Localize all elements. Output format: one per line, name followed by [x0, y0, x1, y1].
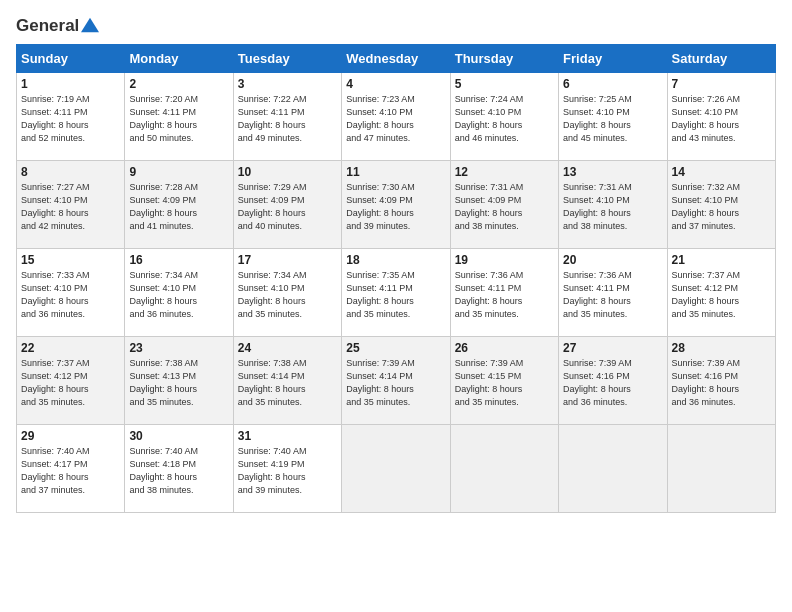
day-number: 26	[455, 341, 554, 355]
day-number: 25	[346, 341, 445, 355]
logo: General	[16, 16, 99, 34]
col-wednesday: Wednesday	[342, 45, 450, 73]
table-row: 6Sunrise: 7:25 AM Sunset: 4:10 PM Daylig…	[559, 73, 667, 161]
day-number: 11	[346, 165, 445, 179]
calendar-row: 22Sunrise: 7:37 AM Sunset: 4:12 PM Dayli…	[17, 337, 776, 425]
table-row: 28Sunrise: 7:39 AM Sunset: 4:16 PM Dayli…	[667, 337, 775, 425]
day-number: 7	[672, 77, 771, 91]
table-row: 11Sunrise: 7:30 AM Sunset: 4:09 PM Dayli…	[342, 161, 450, 249]
day-number: 17	[238, 253, 337, 267]
day-number: 22	[21, 341, 120, 355]
day-info: Sunrise: 7:37 AM Sunset: 4:12 PM Dayligh…	[21, 357, 120, 409]
day-number: 19	[455, 253, 554, 267]
day-number: 4	[346, 77, 445, 91]
day-number: 16	[129, 253, 228, 267]
table-row: 10Sunrise: 7:29 AM Sunset: 4:09 PM Dayli…	[233, 161, 341, 249]
table-row: 26Sunrise: 7:39 AM Sunset: 4:15 PM Dayli…	[450, 337, 558, 425]
day-info: Sunrise: 7:34 AM Sunset: 4:10 PM Dayligh…	[129, 269, 228, 321]
col-monday: Monday	[125, 45, 233, 73]
day-info: Sunrise: 7:37 AM Sunset: 4:12 PM Dayligh…	[672, 269, 771, 321]
table-row	[450, 425, 558, 513]
table-row: 8Sunrise: 7:27 AM Sunset: 4:10 PM Daylig…	[17, 161, 125, 249]
table-row: 2Sunrise: 7:20 AM Sunset: 4:11 PM Daylig…	[125, 73, 233, 161]
day-info: Sunrise: 7:38 AM Sunset: 4:13 PM Dayligh…	[129, 357, 228, 409]
day-info: Sunrise: 7:25 AM Sunset: 4:10 PM Dayligh…	[563, 93, 662, 145]
day-number: 15	[21, 253, 120, 267]
col-sunday: Sunday	[17, 45, 125, 73]
col-tuesday: Tuesday	[233, 45, 341, 73]
table-row: 19Sunrise: 7:36 AM Sunset: 4:11 PM Dayli…	[450, 249, 558, 337]
day-number: 6	[563, 77, 662, 91]
day-number: 20	[563, 253, 662, 267]
table-row: 30Sunrise: 7:40 AM Sunset: 4:18 PM Dayli…	[125, 425, 233, 513]
table-row: 5Sunrise: 7:24 AM Sunset: 4:10 PM Daylig…	[450, 73, 558, 161]
table-row: 22Sunrise: 7:37 AM Sunset: 4:12 PM Dayli…	[17, 337, 125, 425]
calendar-table: Sunday Monday Tuesday Wednesday Thursday…	[16, 44, 776, 513]
table-row	[342, 425, 450, 513]
day-number: 10	[238, 165, 337, 179]
day-number: 5	[455, 77, 554, 91]
svg-marker-0	[81, 18, 99, 32]
table-row: 9Sunrise: 7:28 AM Sunset: 4:09 PM Daylig…	[125, 161, 233, 249]
day-info: Sunrise: 7:36 AM Sunset: 4:11 PM Dayligh…	[455, 269, 554, 321]
table-row	[667, 425, 775, 513]
table-row: 29Sunrise: 7:40 AM Sunset: 4:17 PM Dayli…	[17, 425, 125, 513]
day-info: Sunrise: 7:30 AM Sunset: 4:09 PM Dayligh…	[346, 181, 445, 233]
table-row: 17Sunrise: 7:34 AM Sunset: 4:10 PM Dayli…	[233, 249, 341, 337]
table-row	[559, 425, 667, 513]
table-row: 31Sunrise: 7:40 AM Sunset: 4:19 PM Dayli…	[233, 425, 341, 513]
day-info: Sunrise: 7:26 AM Sunset: 4:10 PM Dayligh…	[672, 93, 771, 145]
table-row: 14Sunrise: 7:32 AM Sunset: 4:10 PM Dayli…	[667, 161, 775, 249]
calendar-row: 29Sunrise: 7:40 AM Sunset: 4:17 PM Dayli…	[17, 425, 776, 513]
day-info: Sunrise: 7:39 AM Sunset: 4:15 PM Dayligh…	[455, 357, 554, 409]
table-row: 18Sunrise: 7:35 AM Sunset: 4:11 PM Dayli…	[342, 249, 450, 337]
day-info: Sunrise: 7:32 AM Sunset: 4:10 PM Dayligh…	[672, 181, 771, 233]
col-saturday: Saturday	[667, 45, 775, 73]
table-row: 23Sunrise: 7:38 AM Sunset: 4:13 PM Dayli…	[125, 337, 233, 425]
table-row: 20Sunrise: 7:36 AM Sunset: 4:11 PM Dayli…	[559, 249, 667, 337]
day-number: 21	[672, 253, 771, 267]
table-row: 7Sunrise: 7:26 AM Sunset: 4:10 PM Daylig…	[667, 73, 775, 161]
day-info: Sunrise: 7:40 AM Sunset: 4:19 PM Dayligh…	[238, 445, 337, 497]
day-info: Sunrise: 7:24 AM Sunset: 4:10 PM Dayligh…	[455, 93, 554, 145]
day-info: Sunrise: 7:39 AM Sunset: 4:16 PM Dayligh…	[563, 357, 662, 409]
table-row: 27Sunrise: 7:39 AM Sunset: 4:16 PM Dayli…	[559, 337, 667, 425]
day-info: Sunrise: 7:36 AM Sunset: 4:11 PM Dayligh…	[563, 269, 662, 321]
calendar-row: 1Sunrise: 7:19 AM Sunset: 4:11 PM Daylig…	[17, 73, 776, 161]
table-row: 16Sunrise: 7:34 AM Sunset: 4:10 PM Dayli…	[125, 249, 233, 337]
table-row: 21Sunrise: 7:37 AM Sunset: 4:12 PM Dayli…	[667, 249, 775, 337]
day-number: 3	[238, 77, 337, 91]
day-info: Sunrise: 7:33 AM Sunset: 4:10 PM Dayligh…	[21, 269, 120, 321]
table-row: 15Sunrise: 7:33 AM Sunset: 4:10 PM Dayli…	[17, 249, 125, 337]
table-row: 24Sunrise: 7:38 AM Sunset: 4:14 PM Dayli…	[233, 337, 341, 425]
day-info: Sunrise: 7:40 AM Sunset: 4:17 PM Dayligh…	[21, 445, 120, 497]
col-friday: Friday	[559, 45, 667, 73]
day-number: 13	[563, 165, 662, 179]
day-number: 12	[455, 165, 554, 179]
day-number: 14	[672, 165, 771, 179]
day-info: Sunrise: 7:27 AM Sunset: 4:10 PM Dayligh…	[21, 181, 120, 233]
day-info: Sunrise: 7:40 AM Sunset: 4:18 PM Dayligh…	[129, 445, 228, 497]
day-number: 2	[129, 77, 228, 91]
day-info: Sunrise: 7:28 AM Sunset: 4:09 PM Dayligh…	[129, 181, 228, 233]
day-number: 23	[129, 341, 228, 355]
day-info: Sunrise: 7:29 AM Sunset: 4:09 PM Dayligh…	[238, 181, 337, 233]
table-row: 13Sunrise: 7:31 AM Sunset: 4:10 PM Dayli…	[559, 161, 667, 249]
day-number: 27	[563, 341, 662, 355]
day-info: Sunrise: 7:35 AM Sunset: 4:11 PM Dayligh…	[346, 269, 445, 321]
day-info: Sunrise: 7:31 AM Sunset: 4:09 PM Dayligh…	[455, 181, 554, 233]
day-number: 29	[21, 429, 120, 443]
table-row: 4Sunrise: 7:23 AM Sunset: 4:10 PM Daylig…	[342, 73, 450, 161]
table-row: 1Sunrise: 7:19 AM Sunset: 4:11 PM Daylig…	[17, 73, 125, 161]
day-info: Sunrise: 7:22 AM Sunset: 4:11 PM Dayligh…	[238, 93, 337, 145]
day-number: 18	[346, 253, 445, 267]
day-number: 30	[129, 429, 228, 443]
calendar-header-row: Sunday Monday Tuesday Wednesday Thursday…	[17, 45, 776, 73]
day-number: 28	[672, 341, 771, 355]
day-info: Sunrise: 7:20 AM Sunset: 4:11 PM Dayligh…	[129, 93, 228, 145]
day-info: Sunrise: 7:39 AM Sunset: 4:16 PM Dayligh…	[672, 357, 771, 409]
day-info: Sunrise: 7:38 AM Sunset: 4:14 PM Dayligh…	[238, 357, 337, 409]
table-row: 25Sunrise: 7:39 AM Sunset: 4:14 PM Dayli…	[342, 337, 450, 425]
day-number: 1	[21, 77, 120, 91]
table-row: 3Sunrise: 7:22 AM Sunset: 4:11 PM Daylig…	[233, 73, 341, 161]
